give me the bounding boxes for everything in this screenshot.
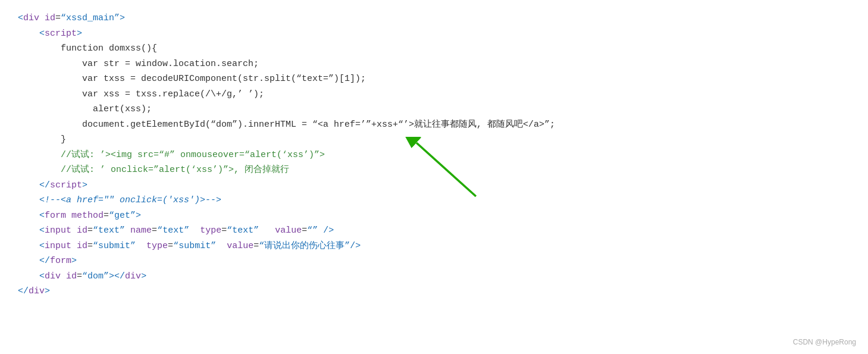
code-token: “submit”	[173, 241, 216, 251]
code-token	[18, 29, 39, 39]
code-token: value	[259, 225, 302, 236]
code-line: var xss = txss.replace(/\+/g,’ ’);	[18, 87, 850, 102]
code-token: <	[39, 29, 45, 39]
code-line: //试试: ’ onclick=”alert(‘xss’)”>, 闭合掉就行	[18, 162, 850, 178]
code-token: />	[318, 225, 334, 236]
code-token: “xssd_main”	[61, 13, 120, 23]
code-token: //试试: ’ onclick=”alert(‘xss’)”>, 闭合掉就行	[18, 165, 289, 175]
code-token: >	[82, 180, 87, 190]
code-token: <!--	[39, 195, 61, 205]
code-token	[18, 256, 39, 266]
code-token: //试试: ’><img src=“#” onmouseover=“alert(…	[18, 150, 325, 160]
code-line: </script>	[18, 178, 850, 193]
code-token	[18, 180, 39, 190]
code-token: =	[302, 225, 307, 236]
code-token: </	[39, 180, 50, 190]
code-token: input	[45, 241, 71, 251]
code-line: <input id=“submit” type=“submit” value=“…	[18, 239, 850, 254]
code-token: =	[55, 13, 61, 23]
code-line: function domxss(){	[18, 41, 850, 57]
code-line: <form method=“get”>	[18, 208, 850, 224]
code-token: “请说出你的伤心往事”	[259, 241, 350, 251]
code-token: />	[350, 241, 361, 251]
code-token: =	[152, 225, 157, 236]
code-line: }	[18, 132, 850, 148]
code-token: =	[221, 225, 227, 236]
code-token: type	[189, 225, 221, 236]
code-line: //试试: ’><img src=“#” onmouseover=“alert(…	[18, 148, 850, 163]
code-line: var txss = decodeURIComponent(str.split(…	[18, 71, 850, 87]
code-token: form	[45, 211, 66, 221]
code-token: var xss = txss.replace(/\+/g,’ ’);	[18, 89, 264, 99]
code-line: </form>	[18, 253, 850, 269]
code-lines: <div id=“xssd_main”> <script> function d…	[18, 11, 850, 299]
code-token	[18, 195, 39, 205]
code-token: >	[71, 256, 77, 266]
code-line: <!--<a href="" onclick=('xss')>-->	[18, 193, 850, 208]
code-token: “text”	[227, 225, 259, 236]
code-token: value	[216, 241, 253, 251]
code-token: =	[104, 211, 109, 221]
code-token: function domxss(){	[18, 43, 157, 54]
code-token: =	[77, 271, 82, 281]
code-token: id	[39, 13, 55, 23]
code-token: form	[50, 256, 71, 266]
code-token: id	[61, 271, 77, 281]
code-token: div	[23, 13, 39, 23]
code-line: <script>	[18, 26, 850, 42]
code-token	[18, 271, 39, 281]
code-token	[18, 225, 39, 236]
code-token: script	[45, 29, 77, 39]
code-line: var str = window.location.search;	[18, 57, 850, 72]
code-token: <	[39, 225, 45, 236]
code-token: script	[50, 180, 82, 190]
code-token: div	[45, 271, 61, 281]
code-token: “dom”	[82, 271, 109, 281]
code-token: =	[87, 241, 93, 251]
code-line: <input id=“text” name=“text” type=“text”…	[18, 223, 850, 239]
code-token: ></	[109, 271, 125, 281]
code-line: </div>	[18, 284, 850, 299]
code-token: </	[39, 256, 50, 266]
code-token: “get”	[109, 211, 136, 221]
code-token: document.getElementById(“dom”).innerHTML…	[18, 120, 555, 130]
code-token: var str = window.location.search;	[18, 59, 259, 69]
code-line: <div id=“dom”></div>	[18, 269, 850, 284]
code-line: alert(xss);	[18, 102, 850, 117]
code-token	[18, 211, 39, 221]
code-line: document.getElementById(“dom”).innerHTML…	[18, 117, 850, 133]
code-token: </	[18, 286, 29, 296]
code-token: >	[141, 271, 146, 281]
code-token: >	[45, 286, 50, 296]
code-block: <div id=“xssd_main”> <script> function d…	[0, 0, 868, 310]
code-token: name	[125, 225, 152, 236]
watermark-text: CSDN @HypeRong	[793, 336, 856, 348]
code-token: =	[168, 241, 173, 251]
code-token: method	[66, 211, 104, 221]
code-token: -->	[205, 195, 221, 205]
code-token: input	[45, 225, 71, 236]
code-token: =	[253, 241, 259, 251]
code-token: alert(xss);	[18, 104, 152, 114]
code-token: <a href="" onclick=('xss')>	[61, 195, 205, 205]
code-token: <	[39, 271, 45, 281]
code-token: >	[77, 29, 82, 39]
code-token: >	[120, 13, 125, 23]
code-line: <div id=“xssd_main”>	[18, 11, 850, 26]
code-token: “submit”	[93, 241, 136, 251]
code-token: div	[125, 271, 141, 281]
code-token: >	[136, 211, 141, 221]
code-token: var txss = decodeURIComponent(str.split(…	[18, 74, 366, 84]
code-token: <	[39, 211, 45, 221]
code-token: }	[18, 134, 66, 145]
code-token: =	[87, 225, 93, 236]
code-token: “text”	[157, 225, 189, 236]
code-token: div	[29, 286, 45, 296]
code-token: <	[18, 13, 23, 23]
code-token: <	[39, 241, 45, 251]
code-token: “”	[307, 225, 318, 236]
code-token: type	[136, 241, 168, 251]
code-token: id	[71, 225, 87, 236]
code-token	[18, 241, 39, 251]
code-token: id	[71, 241, 87, 251]
